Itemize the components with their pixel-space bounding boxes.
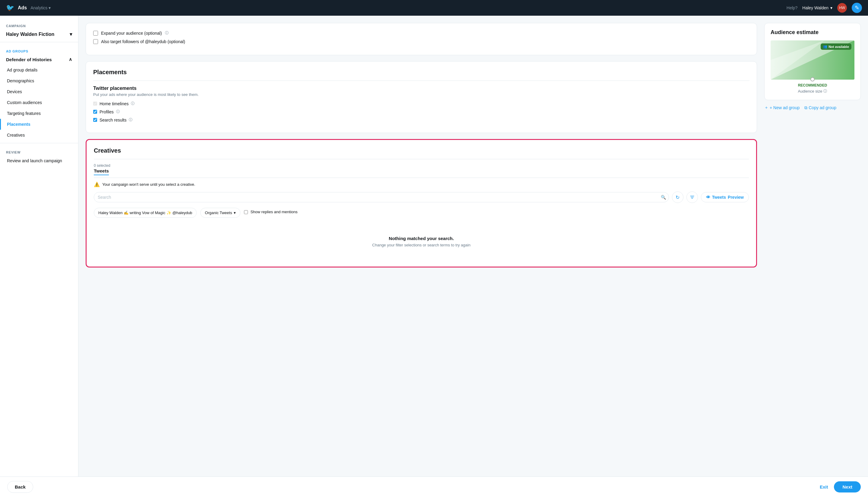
analytics-menu[interactable]: Analytics ▾ [30, 5, 51, 10]
not-available-badge: 👥 Not available [821, 43, 851, 50]
refresh-button[interactable]: ↻ [672, 191, 683, 203]
expand-audience-row: Expand your audience (optional) ⓘ [93, 30, 750, 36]
placement-profiles: Profiles ⓘ [93, 109, 750, 114]
search-input-wrap: 🔍 [94, 192, 669, 202]
sidebar-item-demographics[interactable]: Demographics [0, 75, 78, 86]
profiles-info-icon[interactable]: ⓘ [116, 109, 120, 114]
target-followers-row: Also target followers of @haleydub (opti… [93, 39, 750, 44]
avatar[interactable]: HW [837, 3, 847, 13]
warning-icon: ⚠️ [94, 182, 100, 187]
analytics-chevron-icon: ▾ [48, 5, 51, 10]
main-content: Expand your audience (optional) ⓘ Also t… [79, 16, 868, 497]
campaign-section-label: CAMPAIGN [0, 22, 78, 29]
chart-slider [810, 77, 815, 82]
user-menu[interactable]: Haley Walden ▾ [802, 5, 833, 10]
sidebar-item-placements[interactable]: Placements [0, 119, 78, 130]
target-followers-label[interactable]: Also target followers of @haleydub (opti… [101, 39, 185, 44]
home-timelines-label: Home timelines [100, 101, 128, 106]
exit-link[interactable]: Exit [820, 484, 828, 489]
new-ad-group-link[interactable]: ＋ + New ad group [764, 105, 799, 110]
placement-home-timelines: Home timelines ⓘ [93, 101, 750, 106]
audience-estimate-card: Audience estimate [764, 23, 861, 100]
user-chevron-icon: ▾ [830, 5, 833, 10]
person-icon: 👥 [823, 45, 827, 48]
ad-group-actions: ＋ + New ad group ⧉ Copy ad group [764, 105, 861, 110]
content-wrapper: Expand your audience (optional) ⓘ Also t… [86, 23, 861, 273]
compose-button[interactable]: ✎ [852, 3, 862, 13]
ads-brand: Ads [18, 5, 27, 11]
audience-size-row: Audience size ⓘ [771, 89, 854, 94]
account-filter-label: Haley Walden ✍ writing Vow of Magic ✨ @h… [98, 211, 192, 215]
next-button[interactable]: Next [834, 481, 861, 493]
warning-text: Your campaign won't serve until you sele… [102, 182, 195, 187]
expand-audience-checkbox[interactable] [93, 31, 98, 36]
search-icon: 🔍 [661, 195, 666, 200]
search-input[interactable] [94, 192, 669, 202]
campaign-name[interactable]: Haley Walden Fiction ▾ [0, 29, 78, 40]
show-replies-label[interactable]: Show replies and mentions [250, 210, 297, 214]
tweets-type-filter-chip[interactable]: Organic Tweets ▾ [200, 208, 240, 218]
search-results-label[interactable]: Search results [100, 118, 126, 123]
sidebar: CAMPAIGN Haley Walden Fiction ▾ AD GROUP… [0, 16, 79, 497]
creatives-card: Creatives 0 selected Tweets ⚠️ Your camp… [86, 139, 757, 268]
page-layout: CAMPAIGN Haley Walden Fiction ▾ AD GROUP… [0, 16, 868, 497]
home-timelines-checkbox [93, 102, 97, 105]
account-filter-chip[interactable]: Haley Walden ✍ writing Vow of Magic ✨ @h… [94, 208, 197, 218]
ad-groups-label: AD GROUPS [0, 45, 78, 54]
home-timelines-info-icon[interactable]: ⓘ [131, 101, 134, 106]
content-main: Expand your audience (optional) ⓘ Also t… [86, 23, 757, 273]
tweets-type-chevron-icon: ▾ [234, 211, 236, 215]
audience-chart: 👥 Not available [771, 40, 854, 80]
sidebar-item-creatives[interactable]: Creatives [0, 130, 78, 141]
target-followers-checkbox[interactable] [93, 39, 98, 44]
filter-row: Haley Walden ✍ writing Vow of Magic ✨ @h… [94, 208, 749, 218]
help-link[interactable]: Help? [786, 5, 798, 10]
empty-state-sub: Change your filter selections or search … [100, 243, 743, 247]
search-results-info-icon[interactable]: ⓘ [129, 117, 132, 123]
copy-ad-group-link[interactable]: ⧉ Copy ad group [805, 105, 836, 110]
ad-group-name[interactable]: Defender of Histories ∧ [0, 54, 78, 65]
review-label: REVIEW [0, 146, 78, 155]
search-row: 🔍 ↻ 👁 Tweets Preview [94, 191, 749, 203]
sidebar-item-review[interactable]: Review and launch campaign [0, 155, 78, 166]
expand-audience-info-icon[interactable]: ⓘ [165, 30, 169, 36]
new-ad-group-icon: ＋ [764, 105, 768, 110]
top-navigation: 🐦 Ads Analytics ▾ Help? Haley Walden ▾ H… [0, 0, 868, 16]
show-replies-checkbox[interactable] [244, 210, 248, 214]
preview-button[interactable]: 👁 Tweets Preview [701, 192, 749, 202]
filter-button[interactable] [686, 191, 698, 203]
tweets-tab[interactable]: Tweets [94, 168, 109, 175]
sidebar-item-targeting-features[interactable]: Targeting features [0, 108, 78, 119]
placement-search-results: Search results ⓘ [93, 117, 750, 123]
tweets-type-label: Organic Tweets [205, 211, 232, 215]
nav-left: 🐦 Ads Analytics ▾ [6, 4, 51, 12]
twitter-placements-sub: Put your ads where your audience is most… [93, 92, 750, 97]
warning-banner: ⚠️ Your campaign won't serve until you s… [94, 182, 749, 187]
search-results-checkbox[interactable] [93, 118, 97, 122]
sidebar-item-ad-group-details[interactable]: Ad group details [0, 65, 78, 75]
profiles-checkbox[interactable] [93, 110, 97, 114]
twitter-logo-icon: 🐦 [6, 4, 14, 12]
audience-size-info-icon[interactable]: ⓘ [823, 89, 827, 94]
profiles-label[interactable]: Profiles [100, 110, 114, 114]
show-replies-wrap: Show replies and mentions [244, 210, 297, 214]
copy-icon: ⧉ [805, 105, 807, 110]
recommended-label: RECOMMENDED [771, 83, 854, 87]
sidebar-item-devices[interactable]: Devices [0, 86, 78, 97]
empty-state: Nothing matched your search. Change your… [94, 224, 749, 259]
chart-background: 👥 Not available [771, 40, 854, 80]
bottom-right: Exit Next [820, 481, 861, 493]
audience-options-card: Expand your audience (optional) ⓘ Also t… [86, 23, 757, 55]
audience-size-label: Audience size [798, 89, 823, 94]
back-button[interactable]: Back [7, 481, 33, 493]
bottom-bar: Back Exit Next [0, 477, 868, 497]
nav-right: Help? Haley Walden ▾ HW ✎ [786, 3, 862, 13]
expand-audience-label[interactable]: Expand your audience (optional) [101, 31, 162, 36]
tab-divider [94, 178, 749, 178]
right-panel: Audience estimate [764, 23, 861, 273]
sidebar-divider-1 [0, 42, 78, 42]
sidebar-item-custom-audiences[interactable]: Custom audiences [0, 97, 78, 108]
slider-dot [810, 77, 815, 82]
placements-card: Placements Twitter placements Put your a… [86, 61, 757, 133]
twitter-placements-label: Twitter placements [93, 86, 750, 91]
